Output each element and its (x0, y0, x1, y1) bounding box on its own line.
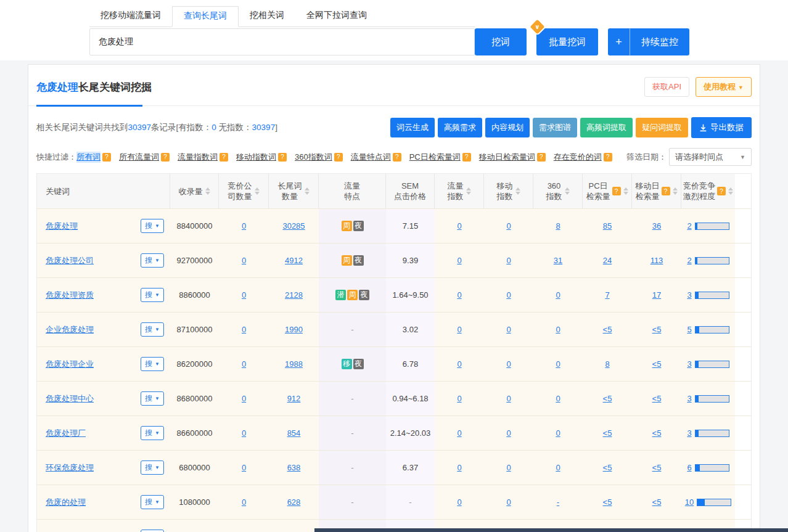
keyword-link[interactable]: 危废处理企业 (46, 359, 94, 370)
sort-desc-icon[interactable] (466, 192, 471, 195)
flow-index-link[interactable]: 0 (457, 325, 461, 334)
keyword-link[interactable]: 危废处理资质 (46, 290, 94, 301)
keyword-input[interactable] (89, 28, 475, 55)
keyword-link[interactable]: 危废的处理 (46, 497, 86, 508)
flow-index-link[interactable]: 0 (457, 256, 461, 265)
mobile-daily-link[interactable]: <5 (652, 325, 662, 334)
pc-daily-link[interactable]: 85 (603, 221, 612, 231)
help-icon[interactable]: ? (220, 153, 228, 162)
mobile-daily-link[interactable]: 113 (651, 256, 663, 265)
help-icon[interactable]: ? (717, 187, 726, 195)
mobile-daily-link[interactable]: <5 (652, 428, 662, 438)
sort-desc-icon[interactable] (673, 192, 678, 195)
sort-asc-icon[interactable] (515, 187, 520, 190)
column-header-3[interactable]: 竞价公司数量 (219, 174, 269, 208)
longtail-count-link[interactable]: 2128 (285, 290, 303, 300)
sort-asc-icon[interactable] (205, 187, 210, 190)
pc-daily-link[interactable]: 8 (605, 359, 609, 369)
help-icon[interactable]: ? (102, 153, 111, 162)
mobile-index-link[interactable]: 0 (506, 428, 511, 438)
mobile-daily-link[interactable]: <5 (652, 497, 662, 507)
index-360-link[interactable]: 0 (556, 394, 560, 403)
competition-link[interactable]: 3 (687, 359, 691, 369)
column-header-10[interactable]: PC日检索量? (583, 174, 632, 208)
longtail-count-link[interactable]: 1988 (285, 359, 303, 369)
column-header-8[interactable]: 移动指数 (484, 174, 533, 208)
action-button-6[interactable]: 疑问词提取 (636, 118, 688, 137)
help-icon[interactable]: ? (462, 153, 471, 162)
pc-daily-link[interactable]: <5 (603, 497, 612, 507)
sort-arrows-icon[interactable] (255, 187, 260, 195)
sort-arrows-icon[interactable] (205, 187, 210, 195)
filter-link-6[interactable]: 流量特点词 (351, 152, 391, 163)
sort-asc-icon[interactable] (728, 187, 733, 190)
sort-arrows-icon[interactable] (673, 187, 678, 195)
sort-desc-icon[interactable] (728, 192, 733, 195)
keyword-link[interactable]: 危废处理 (46, 221, 78, 232)
filter-link-2[interactable]: 所有流量词 (119, 152, 159, 163)
flow-index-link[interactable]: 0 (457, 497, 461, 507)
competition-link[interactable]: 2 (687, 221, 691, 231)
mobile-daily-link[interactable]: 36 (652, 221, 661, 231)
longtail-count-link[interactable]: 854 (287, 428, 301, 438)
competition-link[interactable]: 3 (687, 394, 691, 403)
sort-desc-icon[interactable] (623, 192, 628, 195)
search-dropdown-button[interactable]: 搜▼ (141, 460, 164, 475)
mobile-index-link[interactable]: 0 (506, 463, 511, 472)
help-icon[interactable]: ? (612, 187, 621, 195)
sort-asc-icon[interactable] (466, 187, 471, 190)
competition-link[interactable]: 5 (687, 325, 691, 334)
continuous-monitor-button[interactable]: + 持续监控 (608, 28, 689, 55)
pc-daily-link[interactable]: <5 (603, 394, 612, 403)
longtail-count-link[interactable]: 1990 (285, 325, 303, 334)
flow-index-link[interactable]: 0 (457, 359, 461, 369)
action-button-3[interactable]: 内容规划 (485, 118, 530, 137)
search-dropdown-button[interactable]: 搜▼ (141, 253, 164, 268)
sort-arrows-icon[interactable] (305, 187, 310, 195)
tab-4[interactable]: 全网下拉词查询 (295, 6, 378, 27)
filter-link-4[interactable]: 移动指数词 (236, 152, 276, 163)
mobile-index-link[interactable]: 0 (506, 290, 511, 300)
tab-3[interactable]: 挖相关词 (239, 6, 295, 27)
dig-words-button[interactable]: 挖词 (475, 28, 527, 55)
sort-asc-icon[interactable] (673, 187, 678, 190)
search-dropdown-button[interactable]: 搜▼ (141, 322, 164, 337)
keyword-link[interactable]: 危废处理公司 (46, 255, 94, 266)
help-icon[interactable]: ? (662, 187, 670, 195)
tutorial-button[interactable]: 使用教程▼ (696, 77, 752, 97)
filter-link-8[interactable]: 移动日检索量词 (479, 152, 535, 163)
longtail-count-link[interactable]: 628 (287, 497, 301, 507)
search-dropdown-button[interactable]: 搜▼ (141, 530, 164, 532)
index-360-link[interactable]: 0 (556, 463, 560, 472)
pc-daily-link[interactable]: <5 (603, 428, 612, 438)
search-dropdown-button[interactable]: 搜▼ (141, 357, 164, 371)
sort-arrows-icon[interactable] (623, 187, 628, 195)
filter-link-7[interactable]: PC日检索量词 (409, 152, 461, 163)
search-dropdown-button[interactable]: 搜▼ (141, 426, 164, 440)
longtail-count-link[interactable]: 4912 (285, 256, 303, 265)
mobile-index-link[interactable]: 0 (506, 359, 511, 369)
column-header-2[interactable]: 收录量 (170, 174, 219, 208)
index-360-link[interactable]: 0 (556, 325, 560, 334)
mobile-index-link[interactable]: 0 (506, 256, 511, 265)
search-dropdown-button[interactable]: 搜▼ (141, 219, 164, 233)
filter-link-9[interactable]: 存在竞价的词 (554, 152, 602, 163)
action-button-1[interactable]: 词云生成 (390, 118, 435, 137)
get-api-button[interactable]: 获取API (644, 77, 689, 97)
sort-asc-icon[interactable] (565, 187, 570, 190)
longtail-count-link[interactable]: 912 (287, 394, 301, 403)
sort-arrows-icon[interactable] (466, 187, 471, 195)
column-header-7[interactable]: 流量指数 (435, 174, 484, 208)
bid-companies-link[interactable]: 0 (242, 394, 246, 403)
keyword-link[interactable]: 环保危废处理 (46, 462, 94, 473)
flow-index-link[interactable]: 0 (457, 463, 461, 472)
bid-companies-link[interactable]: 0 (242, 428, 246, 438)
flow-index-link[interactable]: 0 (457, 290, 461, 300)
action-button-4[interactable]: 需求图谱 (533, 118, 577, 137)
filter-link-1[interactable]: 所有词 (76, 152, 101, 163)
mobile-daily-link[interactable]: <5 (652, 463, 662, 472)
index-360-link[interactable]: 31 (554, 256, 562, 265)
longtail-count-link[interactable]: 30285 (282, 221, 305, 231)
action-button-5[interactable]: 高频词提取 (580, 118, 633, 137)
plus-icon[interactable]: + (608, 28, 630, 55)
